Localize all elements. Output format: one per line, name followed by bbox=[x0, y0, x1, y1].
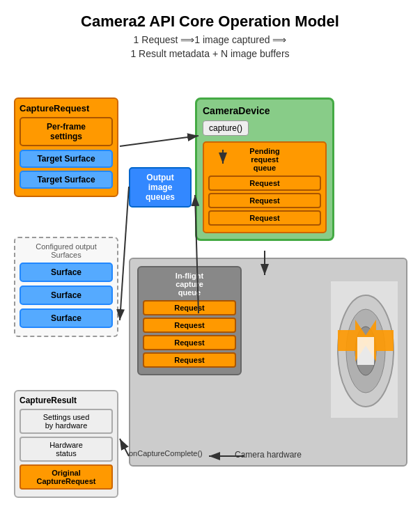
diagram-container: Camera2 API Core Operation Model 1 Reque… bbox=[0, 0, 420, 516]
camera-device-box: CameraDevice capture() Pendingrequestque… bbox=[195, 97, 334, 241]
original-req-box: OriginalCaptureRequest bbox=[20, 464, 113, 490]
target-surface-2: Target Surface bbox=[20, 171, 113, 189]
pending-request-2: Request bbox=[208, 193, 321, 208]
capture-result-box: CaptureResult Settings usedby hardware H… bbox=[14, 390, 118, 498]
target-surface-1: Target Surface bbox=[20, 150, 113, 168]
capture-request-title: CaptureRequest bbox=[20, 103, 113, 114]
capture-result-title: CaptureResult bbox=[20, 396, 113, 405]
inflight-request-4: Request bbox=[143, 352, 236, 368]
inflight-title: In-flightcapturequeue bbox=[143, 272, 236, 297]
inflight-box: In-flightcapturequeue Request Request Re… bbox=[137, 266, 242, 375]
output-queues-box: Outputimagequeues bbox=[129, 167, 192, 208]
inflight-request-3: Request bbox=[143, 335, 236, 350]
svg-line-14 bbox=[120, 439, 129, 456]
per-frame-box: Per-framesettings bbox=[20, 117, 113, 146]
capture-request-box: CaptureRequest Per-framesettings Target … bbox=[14, 97, 118, 197]
pending-request-1: Request bbox=[208, 175, 321, 191]
oncapture-label: onCaptureComplete() bbox=[129, 449, 203, 458]
camera-lens-visual bbox=[329, 280, 399, 419]
svg-line-9 bbox=[120, 136, 199, 146]
surface-2: Surface bbox=[20, 286, 113, 305]
page-subtitle: 1 Request ⟹1 image captured ⟹ 1 Result m… bbox=[7, 33, 413, 61]
surface-3: Surface bbox=[20, 308, 113, 328]
hardware-area: In-flightcapturequeue Request Request Re… bbox=[129, 258, 407, 467]
inflight-request-2: Request bbox=[143, 318, 236, 333]
svg-line-13 bbox=[120, 187, 129, 320]
inflight-request-1: Request bbox=[143, 300, 236, 315]
camera-device-title: CameraDevice bbox=[203, 105, 327, 116]
capture-button: capture() bbox=[203, 120, 249, 136]
hw-status-box: Hardwarestatus bbox=[20, 437, 113, 462]
surface-1: Surface bbox=[20, 263, 113, 282]
configured-title: Configured output Surfaces bbox=[20, 242, 113, 259]
pending-queue-box: Pendingrequestqueue Request Request Requ… bbox=[203, 141, 327, 233]
svg-rect-6 bbox=[357, 337, 374, 365]
page-title: Camera2 API Core Operation Model bbox=[7, 13, 413, 31]
pending-request-3: Request bbox=[208, 210, 321, 226]
settings-hw-box: Settings usedby hardware bbox=[20, 409, 113, 434]
pending-queue-title: Pendingrequestqueue bbox=[208, 147, 321, 172]
configured-surfaces-box: Configured output Surfaces Surface Surfa… bbox=[14, 237, 118, 337]
